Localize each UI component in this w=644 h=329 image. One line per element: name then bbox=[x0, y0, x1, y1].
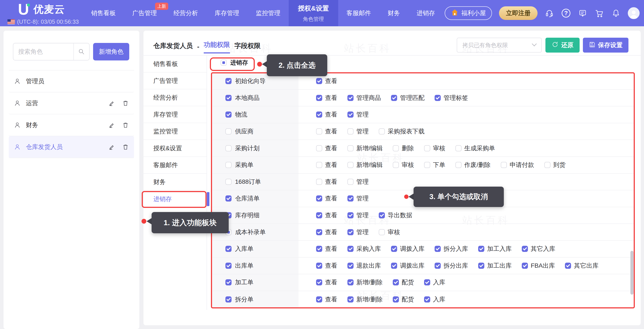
checkbox[interactable] bbox=[348, 112, 354, 118]
nav-item-3[interactable]: 库存管理 bbox=[206, 0, 248, 26]
welfare-house-button[interactable]: 福利小屋 bbox=[445, 6, 492, 20]
feature-checkbox[interactable] bbox=[226, 296, 232, 302]
action-checkbox-item[interactable]: 新增/编辑 bbox=[348, 144, 383, 152]
checkbox[interactable] bbox=[316, 162, 322, 168]
checkbox[interactable] bbox=[478, 263, 484, 269]
action-checkbox-item[interactable]: 查看 bbox=[316, 77, 337, 85]
action-checkbox-item[interactable]: 管理 bbox=[348, 178, 369, 186]
action-checkbox-item[interactable]: 到货 bbox=[544, 161, 566, 169]
nav-active-submenu[interactable]: 角色管理 bbox=[303, 16, 324, 22]
register-now-button[interactable]: 立即注册 bbox=[499, 6, 538, 20]
checkbox[interactable] bbox=[316, 263, 322, 269]
nav-item-active[interactable]: 授权&设置 角色管理 bbox=[289, 0, 338, 26]
action-checkbox-item[interactable]: 查看 bbox=[316, 262, 337, 270]
action-checkbox-item[interactable]: 入库 bbox=[424, 278, 445, 286]
checkbox[interactable] bbox=[316, 112, 322, 118]
checkbox[interactable] bbox=[434, 95, 441, 101]
feature-checkbox[interactable] bbox=[226, 246, 232, 252]
app-logo[interactable]: U 优麦云 bbox=[18, 2, 65, 17]
action-checkbox-item[interactable]: 查看 bbox=[316, 144, 337, 152]
checkbox[interactable] bbox=[316, 212, 322, 218]
module-item[interactable]: 财务 bbox=[144, 174, 206, 190]
action-checkbox-item[interactable]: 查看 bbox=[316, 278, 337, 286]
edit-role-icon[interactable] bbox=[108, 144, 115, 150]
action-checkbox-item[interactable]: 调拨出库 bbox=[391, 262, 424, 270]
action-checkbox-item[interactable]: 审核 bbox=[379, 228, 400, 236]
checkbox[interactable] bbox=[316, 196, 322, 202]
nav-item-8[interactable]: 进销存 bbox=[408, 0, 443, 26]
action-checkbox-item[interactable]: 管理 bbox=[348, 127, 369, 136]
checkbox[interactable] bbox=[348, 95, 354, 101]
action-checkbox-item[interactable]: 退款出库 bbox=[348, 262, 381, 270]
checkbox[interactable] bbox=[348, 179, 354, 185]
checkbox[interactable] bbox=[393, 162, 399, 168]
add-role-button[interactable]: 新增角色 bbox=[93, 43, 129, 60]
checkbox[interactable] bbox=[348, 263, 354, 269]
action-checkbox-item[interactable]: 采购入库 bbox=[348, 245, 381, 253]
checkbox[interactable] bbox=[393, 145, 399, 151]
edit-role-icon[interactable] bbox=[108, 122, 115, 128]
nav-item-1[interactable]: 广告管理上新 bbox=[124, 0, 165, 26]
role-list-item[interactable]: 运营 bbox=[9, 92, 134, 114]
checkbox[interactable] bbox=[544, 162, 550, 168]
action-checkbox-item[interactable]: 删除 bbox=[393, 144, 414, 152]
checkbox[interactable] bbox=[391, 95, 397, 101]
cart-icon[interactable] bbox=[594, 8, 604, 18]
action-checkbox-item[interactable]: 加工入库 bbox=[478, 245, 512, 253]
search-input[interactable] bbox=[13, 48, 74, 55]
feature-checkbox[interactable] bbox=[226, 112, 232, 118]
select-all-row[interactable]: 进销存 bbox=[220, 59, 248, 66]
checkbox[interactable] bbox=[348, 145, 354, 151]
feature-checkbox[interactable] bbox=[226, 279, 232, 286]
nav-item-0[interactable]: 销售看板 bbox=[83, 0, 124, 26]
module-item-active[interactable]: 进销存 bbox=[144, 190, 206, 208]
checkbox[interactable] bbox=[316, 145, 322, 151]
checkbox[interactable] bbox=[565, 263, 571, 269]
module-item[interactable]: 授权&设置 bbox=[144, 140, 206, 157]
feature-checkbox[interactable] bbox=[226, 78, 232, 84]
feedback-icon[interactable] bbox=[578, 8, 588, 18]
checkbox[interactable] bbox=[348, 128, 354, 134]
checkbox[interactable] bbox=[348, 279, 354, 286]
copy-role-permission-dropdown[interactable]: 拷贝已有角色权限 bbox=[457, 38, 542, 52]
checkbox[interactable] bbox=[393, 279, 399, 286]
checkbox[interactable] bbox=[348, 229, 354, 235]
action-checkbox-item[interactable]: 查看 bbox=[316, 178, 337, 186]
action-checkbox-item[interactable]: 入库 bbox=[424, 295, 445, 304]
bell-icon[interactable] bbox=[611, 8, 621, 18]
action-checkbox-item[interactable]: 拆分入库 bbox=[434, 245, 468, 253]
tab-function-permissions[interactable]: 功能权限 bbox=[204, 40, 230, 54]
checkbox[interactable] bbox=[478, 246, 484, 252]
checkbox[interactable] bbox=[391, 246, 397, 252]
restore-button[interactable]: 还原 bbox=[546, 38, 580, 52]
action-checkbox-item[interactable]: 新增/删除 bbox=[348, 295, 383, 304]
action-checkbox-item[interactable]: 配货 bbox=[393, 295, 414, 304]
feature-checkbox[interactable] bbox=[226, 145, 232, 151]
module-item[interactable]: 经营分析 bbox=[144, 89, 206, 106]
action-checkbox-item[interactable]: 下单 bbox=[424, 161, 445, 169]
checkbox[interactable] bbox=[348, 296, 354, 302]
checkbox[interactable] bbox=[501, 162, 507, 168]
vertical-scrollbar[interactable] bbox=[630, 251, 634, 294]
checkbox[interactable] bbox=[379, 212, 385, 218]
module-item[interactable]: 监控管理 bbox=[144, 123, 206, 140]
action-checkbox-item[interactable]: 申请付款 bbox=[501, 161, 534, 169]
checkbox[interactable] bbox=[316, 78, 322, 84]
module-item[interactable]: 广告管理 bbox=[144, 72, 206, 89]
action-checkbox-item[interactable]: 查看 bbox=[316, 110, 337, 119]
nav-item-7[interactable]: 财务 bbox=[380, 0, 408, 26]
action-checkbox-item[interactable]: 查看 bbox=[316, 127, 337, 136]
action-checkbox-item[interactable]: 查看 bbox=[316, 228, 337, 236]
help-icon[interactable]: ? bbox=[561, 8, 571, 18]
action-checkbox-item[interactable]: 查看 bbox=[316, 161, 337, 169]
action-checkbox-item[interactable]: 调拨入库 bbox=[391, 245, 424, 253]
action-checkbox-item[interactable]: 管理标签 bbox=[434, 94, 468, 102]
action-checkbox-item[interactable]: FBA出库 bbox=[522, 262, 555, 270]
action-checkbox-item[interactable]: 查看 bbox=[316, 211, 337, 220]
tab-field-permissions[interactable]: 字段权限 bbox=[234, 42, 261, 54]
select-all-checkbox[interactable] bbox=[220, 60, 227, 66]
checkbox[interactable] bbox=[316, 246, 322, 252]
checkbox[interactable] bbox=[316, 95, 322, 101]
checkbox[interactable] bbox=[393, 296, 399, 302]
action-checkbox-item[interactable]: 新增/编辑 bbox=[348, 161, 383, 169]
